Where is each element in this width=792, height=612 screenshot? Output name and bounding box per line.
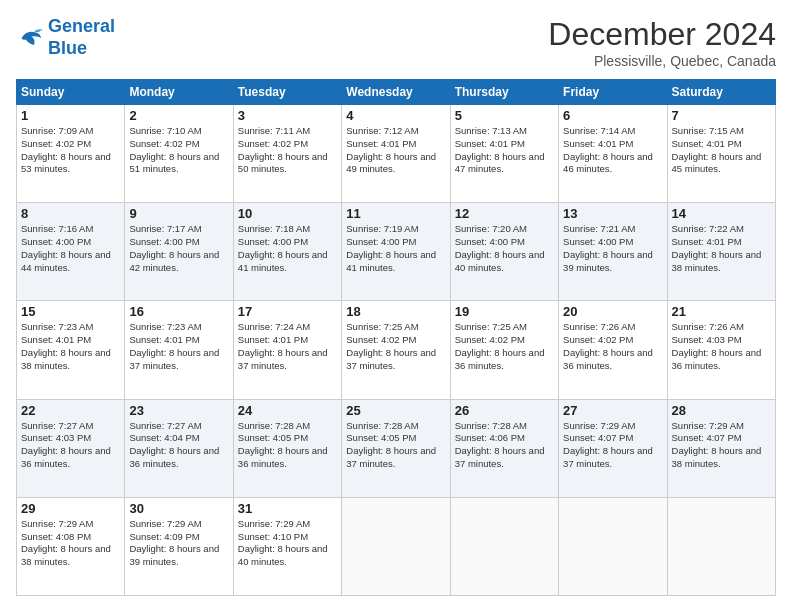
- day-info: Sunrise: 7:11 AM Sunset: 4:02 PM Dayligh…: [238, 125, 337, 176]
- calendar-cell: 16 Sunrise: 7:23 AM Sunset: 4:01 PM Dayl…: [125, 301, 233, 399]
- day-info: Sunrise: 7:09 AM Sunset: 4:02 PM Dayligh…: [21, 125, 120, 176]
- day-info: Sunrise: 7:23 AM Sunset: 4:01 PM Dayligh…: [129, 321, 228, 372]
- day-number: 10: [238, 206, 337, 221]
- logo: General Blue: [16, 16, 115, 59]
- calendar-cell: 10 Sunrise: 7:18 AM Sunset: 4:00 PM Dayl…: [233, 203, 341, 301]
- day-info: Sunrise: 7:29 AM Sunset: 4:08 PM Dayligh…: [21, 518, 120, 569]
- calendar-cell: 28 Sunrise: 7:29 AM Sunset: 4:07 PM Dayl…: [667, 399, 775, 497]
- calendar-cell: 14 Sunrise: 7:22 AM Sunset: 4:01 PM Dayl…: [667, 203, 775, 301]
- calendar-cell: [342, 497, 450, 595]
- day-info: Sunrise: 7:21 AM Sunset: 4:00 PM Dayligh…: [563, 223, 662, 274]
- weekday-header: Monday: [125, 80, 233, 105]
- day-number: 4: [346, 108, 445, 123]
- day-number: 26: [455, 403, 554, 418]
- calendar-cell: 31 Sunrise: 7:29 AM Sunset: 4:10 PM Dayl…: [233, 497, 341, 595]
- day-number: 8: [21, 206, 120, 221]
- day-info: Sunrise: 7:28 AM Sunset: 4:05 PM Dayligh…: [346, 420, 445, 471]
- calendar-table: SundayMondayTuesdayWednesdayThursdayFrid…: [16, 79, 776, 596]
- day-info: Sunrise: 7:16 AM Sunset: 4:00 PM Dayligh…: [21, 223, 120, 274]
- subtitle: Plessisville, Quebec, Canada: [548, 53, 776, 69]
- calendar-cell: 19 Sunrise: 7:25 AM Sunset: 4:02 PM Dayl…: [450, 301, 558, 399]
- day-number: 22: [21, 403, 120, 418]
- calendar-cell: 24 Sunrise: 7:28 AM Sunset: 4:05 PM Dayl…: [233, 399, 341, 497]
- day-number: 6: [563, 108, 662, 123]
- weekday-header: Friday: [559, 80, 667, 105]
- day-number: 29: [21, 501, 120, 516]
- calendar-cell: 27 Sunrise: 7:29 AM Sunset: 4:07 PM Dayl…: [559, 399, 667, 497]
- day-number: 25: [346, 403, 445, 418]
- calendar-cell: 30 Sunrise: 7:29 AM Sunset: 4:09 PM Dayl…: [125, 497, 233, 595]
- calendar-cell: 11 Sunrise: 7:19 AM Sunset: 4:00 PM Dayl…: [342, 203, 450, 301]
- weekday-header: Thursday: [450, 80, 558, 105]
- calendar-cell: 2 Sunrise: 7:10 AM Sunset: 4:02 PM Dayli…: [125, 105, 233, 203]
- day-info: Sunrise: 7:27 AM Sunset: 4:03 PM Dayligh…: [21, 420, 120, 471]
- calendar-cell: [559, 497, 667, 595]
- day-number: 11: [346, 206, 445, 221]
- calendar-cell: 23 Sunrise: 7:27 AM Sunset: 4:04 PM Dayl…: [125, 399, 233, 497]
- day-info: Sunrise: 7:10 AM Sunset: 4:02 PM Dayligh…: [129, 125, 228, 176]
- weekday-header: Wednesday: [342, 80, 450, 105]
- day-number: 5: [455, 108, 554, 123]
- calendar-cell: 5 Sunrise: 7:13 AM Sunset: 4:01 PM Dayli…: [450, 105, 558, 203]
- day-number: 12: [455, 206, 554, 221]
- day-info: Sunrise: 7:26 AM Sunset: 4:03 PM Dayligh…: [672, 321, 771, 372]
- day-info: Sunrise: 7:28 AM Sunset: 4:05 PM Dayligh…: [238, 420, 337, 471]
- calendar-cell: [667, 497, 775, 595]
- day-info: Sunrise: 7:18 AM Sunset: 4:00 PM Dayligh…: [238, 223, 337, 274]
- calendar-cell: 26 Sunrise: 7:28 AM Sunset: 4:06 PM Dayl…: [450, 399, 558, 497]
- day-number: 15: [21, 304, 120, 319]
- day-number: 18: [346, 304, 445, 319]
- calendar-cell: 18 Sunrise: 7:25 AM Sunset: 4:02 PM Dayl…: [342, 301, 450, 399]
- day-info: Sunrise: 7:12 AM Sunset: 4:01 PM Dayligh…: [346, 125, 445, 176]
- day-number: 13: [563, 206, 662, 221]
- calendar-cell: 29 Sunrise: 7:29 AM Sunset: 4:08 PM Dayl…: [17, 497, 125, 595]
- calendar-cell: [450, 497, 558, 595]
- page: General Blue December 2024 Plessisville,…: [0, 0, 792, 612]
- day-number: 28: [672, 403, 771, 418]
- day-info: Sunrise: 7:20 AM Sunset: 4:00 PM Dayligh…: [455, 223, 554, 274]
- weekday-header: Sunday: [17, 80, 125, 105]
- calendar-cell: 7 Sunrise: 7:15 AM Sunset: 4:01 PM Dayli…: [667, 105, 775, 203]
- day-info: Sunrise: 7:28 AM Sunset: 4:06 PM Dayligh…: [455, 420, 554, 471]
- day-number: 16: [129, 304, 228, 319]
- calendar-cell: 25 Sunrise: 7:28 AM Sunset: 4:05 PM Dayl…: [342, 399, 450, 497]
- calendar-cell: 22 Sunrise: 7:27 AM Sunset: 4:03 PM Dayl…: [17, 399, 125, 497]
- day-number: 20: [563, 304, 662, 319]
- day-info: Sunrise: 7:29 AM Sunset: 4:07 PM Dayligh…: [563, 420, 662, 471]
- day-info: Sunrise: 7:19 AM Sunset: 4:00 PM Dayligh…: [346, 223, 445, 274]
- day-number: 24: [238, 403, 337, 418]
- header: General Blue December 2024 Plessisville,…: [16, 16, 776, 69]
- weekday-header: Tuesday: [233, 80, 341, 105]
- day-number: 1: [21, 108, 120, 123]
- day-number: 27: [563, 403, 662, 418]
- day-number: 2: [129, 108, 228, 123]
- calendar-cell: 13 Sunrise: 7:21 AM Sunset: 4:00 PM Dayl…: [559, 203, 667, 301]
- day-info: Sunrise: 7:15 AM Sunset: 4:01 PM Dayligh…: [672, 125, 771, 176]
- day-number: 14: [672, 206, 771, 221]
- day-info: Sunrise: 7:29 AM Sunset: 4:10 PM Dayligh…: [238, 518, 337, 569]
- calendar-cell: 12 Sunrise: 7:20 AM Sunset: 4:00 PM Dayl…: [450, 203, 558, 301]
- calendar-cell: 6 Sunrise: 7:14 AM Sunset: 4:01 PM Dayli…: [559, 105, 667, 203]
- day-info: Sunrise: 7:26 AM Sunset: 4:02 PM Dayligh…: [563, 321, 662, 372]
- day-info: Sunrise: 7:27 AM Sunset: 4:04 PM Dayligh…: [129, 420, 228, 471]
- calendar-cell: 1 Sunrise: 7:09 AM Sunset: 4:02 PM Dayli…: [17, 105, 125, 203]
- day-number: 21: [672, 304, 771, 319]
- day-info: Sunrise: 7:29 AM Sunset: 4:07 PM Dayligh…: [672, 420, 771, 471]
- logo-text: General Blue: [48, 16, 115, 59]
- day-info: Sunrise: 7:22 AM Sunset: 4:01 PM Dayligh…: [672, 223, 771, 274]
- calendar-cell: 17 Sunrise: 7:24 AM Sunset: 4:01 PM Dayl…: [233, 301, 341, 399]
- day-info: Sunrise: 7:24 AM Sunset: 4:01 PM Dayligh…: [238, 321, 337, 372]
- day-info: Sunrise: 7:25 AM Sunset: 4:02 PM Dayligh…: [346, 321, 445, 372]
- day-number: 31: [238, 501, 337, 516]
- main-title: December 2024: [548, 16, 776, 53]
- day-info: Sunrise: 7:13 AM Sunset: 4:01 PM Dayligh…: [455, 125, 554, 176]
- day-info: Sunrise: 7:29 AM Sunset: 4:09 PM Dayligh…: [129, 518, 228, 569]
- day-number: 19: [455, 304, 554, 319]
- day-number: 9: [129, 206, 228, 221]
- calendar-cell: 3 Sunrise: 7:11 AM Sunset: 4:02 PM Dayli…: [233, 105, 341, 203]
- logo-icon: [16, 24, 44, 52]
- calendar-cell: 9 Sunrise: 7:17 AM Sunset: 4:00 PM Dayli…: [125, 203, 233, 301]
- calendar-cell: 8 Sunrise: 7:16 AM Sunset: 4:00 PM Dayli…: [17, 203, 125, 301]
- day-number: 3: [238, 108, 337, 123]
- day-info: Sunrise: 7:23 AM Sunset: 4:01 PM Dayligh…: [21, 321, 120, 372]
